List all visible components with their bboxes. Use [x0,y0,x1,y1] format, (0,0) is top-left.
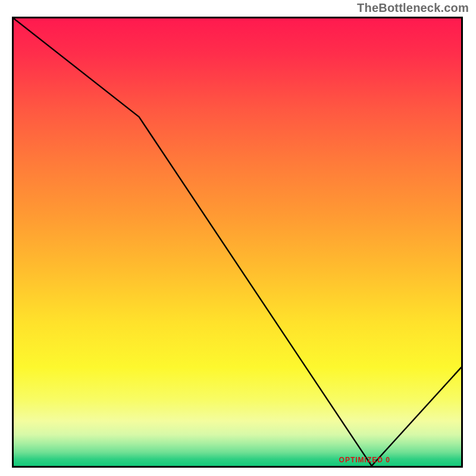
optimum-annotation: OPTIMIZED 0 [339,456,390,464]
line-curve [14,18,461,466]
chart-container: TheBottleneck.com OPTIMIZED 0 [0,0,476,476]
watermark-text: TheBottleneck.com [357,1,469,15]
plot-area: OPTIMIZED 0 [12,17,463,468]
